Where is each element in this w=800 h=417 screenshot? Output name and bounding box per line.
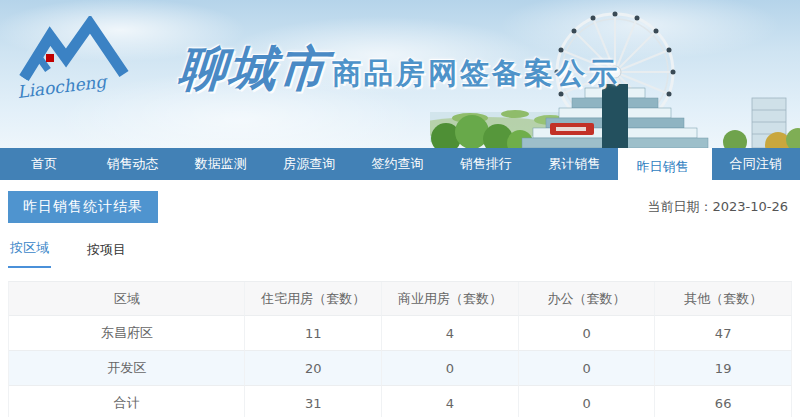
- tab-by-region[interactable]: 按区域: [8, 239, 51, 268]
- cell-value: 4: [382, 316, 519, 351]
- nav-item-housing-query[interactable]: 房源查询: [265, 148, 353, 180]
- site-title-text: 商品房网签备案公示: [332, 59, 620, 104]
- site-banner: Liaocheng 聊城市 商品房网签备案公示: [0, 0, 800, 148]
- cell-region: 合计: [9, 386, 245, 417]
- cell-region: 东昌府区: [9, 316, 245, 351]
- table-row: 东昌府区 11 4 0 47: [9, 316, 792, 351]
- header-office: 办公（套数）: [519, 282, 656, 316]
- sales-statistics-table: 区域 住宅用房（套数） 商业用房（套数） 办公（套数） 其他（套数） 东昌府区 …: [8, 281, 792, 417]
- liaocheng-logo-icon: Liaocheng: [14, 16, 184, 104]
- cell-value: 0: [382, 351, 519, 386]
- nav-item-home[interactable]: 首页: [0, 148, 88, 180]
- nav-item-sales-ranking[interactable]: 销售排行: [442, 148, 530, 180]
- current-date-label: 当前日期：2023-10-26: [647, 198, 792, 216]
- cell-value: 0: [519, 351, 656, 386]
- view-tabs: 按区域 按项目: [8, 239, 792, 268]
- cell-value: 66: [655, 386, 792, 417]
- city-name-text: 聊城市: [176, 44, 330, 104]
- tab-by-project[interactable]: 按项目: [85, 241, 128, 268]
- cell-value: 11: [245, 316, 382, 351]
- cell-value: 20: [245, 351, 382, 386]
- title-row: 昨日销售统计结果 当前日期：2023-10-26: [8, 191, 792, 223]
- table-header-row: 区域 住宅用房（套数） 商业用房（套数） 办公（套数） 其他（套数）: [9, 282, 792, 316]
- section-title-badge: 昨日销售统计结果: [8, 191, 158, 223]
- site-logo[interactable]: Liaocheng 聊城市 商品房网签备案公示: [14, 16, 620, 104]
- cell-region: 开发区: [9, 351, 245, 386]
- header-commercial: 商业用房（套数）: [382, 282, 519, 316]
- header-region: 区域: [9, 282, 245, 316]
- table-row: 开发区 20 0 0 19: [9, 351, 792, 386]
- table-row-total: 合计 31 4 0 66: [9, 386, 792, 417]
- nav-item-cumulative-sales[interactable]: 累计销售: [530, 148, 618, 180]
- cell-value: 31: [245, 386, 382, 417]
- main-content: 昨日销售统计结果 当前日期：2023-10-26 按区域 按项目 区域 住宅用房…: [0, 191, 800, 417]
- main-navigation: 首页 销售动态 数据监测 房源查询 签约查询 销售排行 累计销售 昨日销售 合同…: [0, 148, 800, 180]
- cell-value: 0: [519, 316, 656, 351]
- cell-value: 0: [519, 386, 656, 417]
- nav-item-contract-cancellation[interactable]: 合同注销: [712, 148, 800, 180]
- nav-item-sales-dynamics[interactable]: 销售动态: [88, 148, 176, 180]
- nav-item-yesterday-sales[interactable]: 昨日销售: [618, 148, 706, 186]
- cell-value: 4: [382, 386, 519, 417]
- header-residential: 住宅用房（套数）: [245, 282, 382, 316]
- cell-value: 47: [655, 316, 792, 351]
- header-other: 其他（套数）: [655, 282, 792, 316]
- nav-item-data-monitoring[interactable]: 数据监测: [177, 148, 265, 180]
- nav-item-contract-query[interactable]: 签约查询: [353, 148, 441, 180]
- cell-value: 19: [655, 351, 792, 386]
